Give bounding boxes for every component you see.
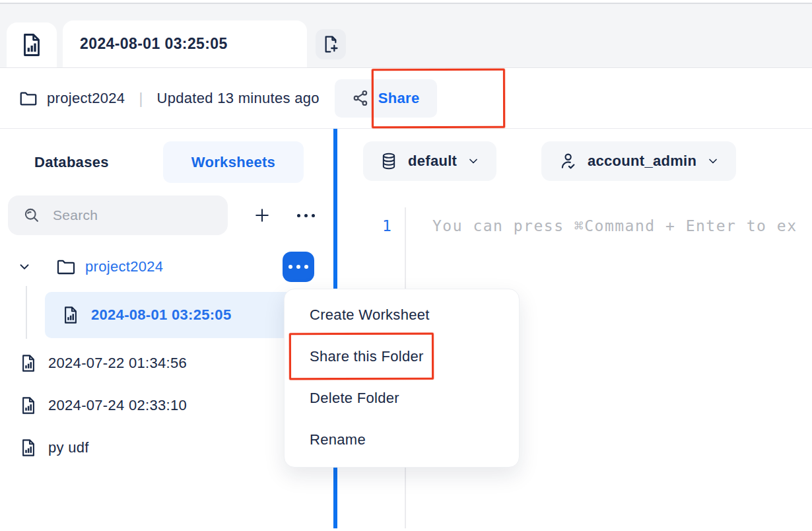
share-button[interactable]: Share — [335, 79, 437, 118]
tree-item-selected[interactable]: 2024-08-01 03:25:05 — [45, 292, 322, 338]
tree-item[interactable]: py udf — [18, 437, 89, 458]
breadcrumb-folder-name[interactable]: project2024 — [47, 90, 125, 107]
tree-item-label: 2024-07-24 02:33:10 — [48, 397, 187, 414]
share-button-label: Share — [378, 90, 420, 107]
worksheet-chart-icon — [18, 438, 38, 458]
folder-icon — [18, 88, 38, 108]
menu-item-create-worksheet[interactable]: Create Worksheet — [285, 294, 519, 336]
tab-worksheet-icon[interactable] — [7, 22, 57, 67]
worksheet-chart-icon — [18, 396, 38, 415]
ellipsis-icon — [288, 265, 308, 269]
worksheet-chart-icon — [18, 32, 45, 58]
tab-active-worksheet[interactable]: 2024-08-01 03:25:05 — [63, 20, 307, 67]
folder-more-button-active[interactable] — [283, 252, 314, 282]
database-selector[interactable]: default — [363, 141, 496, 181]
tree-item-label: py udf — [48, 439, 89, 456]
share-network-icon — [352, 89, 370, 107]
worksheet-chart-icon — [61, 305, 81, 325]
menu-item-rename[interactable]: Rename — [285, 419, 519, 460]
database-selector-value: default — [408, 153, 457, 170]
tab-title: 2024-08-01 03:25:05 — [80, 35, 228, 53]
tree-item-label: 2024-08-01 03:25:05 — [91, 306, 231, 324]
menu-item-share-this-folder[interactable]: Share this Folder — [285, 336, 519, 377]
ellipsis-icon — [297, 214, 315, 217]
tree-folder-row[interactable]: project2024 — [0, 251, 163, 283]
updated-timestamp: Updated 13 minutes ago — [157, 90, 320, 107]
tree-indent-guide — [26, 286, 27, 339]
tree-item-label: 2024-07-22 01:34:56 — [48, 355, 187, 372]
new-worksheet-button[interactable] — [316, 29, 346, 59]
add-worksheet-button[interactable] — [248, 201, 276, 229]
plus-icon — [253, 206, 271, 225]
chevron-down-icon[interactable] — [17, 260, 32, 274]
sidebar-tab-worksheets-label: Worksheets — [191, 154, 275, 171]
role-selector-value: account_admin — [588, 153, 696, 170]
folder-icon — [55, 256, 77, 277]
menu-item-delete-folder[interactable]: Delete Folder — [285, 377, 519, 419]
user-check-icon — [558, 151, 578, 171]
tree-item[interactable]: 2024-07-24 02:33:10 — [18, 395, 187, 416]
folder-context-menu: Create Worksheet Share this Folder Delet… — [284, 289, 520, 468]
chevron-down-icon — [706, 155, 720, 168]
search-icon — [22, 206, 41, 225]
worksheet-tab-bar: 2024-08-01 03:25:05 — [0, 4, 812, 68]
tree-folder-label[interactable]: project2024 — [85, 258, 163, 275]
worksheet-chart-icon — [18, 353, 38, 373]
sidebar-search[interactable] — [8, 195, 228, 235]
chevron-down-icon — [467, 155, 480, 168]
main-area: Databases Worksheets — [0, 129, 812, 528]
sidebar-more-button[interactable] — [292, 201, 320, 229]
tree-item[interactable]: 2024-07-22 01:34:56 — [18, 353, 187, 374]
search-input[interactable] — [53, 207, 232, 223]
database-icon — [380, 152, 398, 170]
breadcrumb-separator: | — [139, 89, 143, 108]
sidebar-tab-worksheets[interactable]: Worksheets — [163, 141, 304, 183]
sidebar-tab-databases[interactable]: Databases — [34, 141, 109, 183]
editor-placeholder[interactable]: You can press ⌘Command + Enter to ex — [432, 217, 797, 234]
editor-line-number: 1 — [376, 217, 398, 234]
worksheet-header-row: project2024 | Updated 13 minutes ago Sha… — [0, 68, 812, 129]
role-selector[interactable]: account_admin — [541, 141, 736, 181]
file-plus-icon — [320, 34, 341, 55]
